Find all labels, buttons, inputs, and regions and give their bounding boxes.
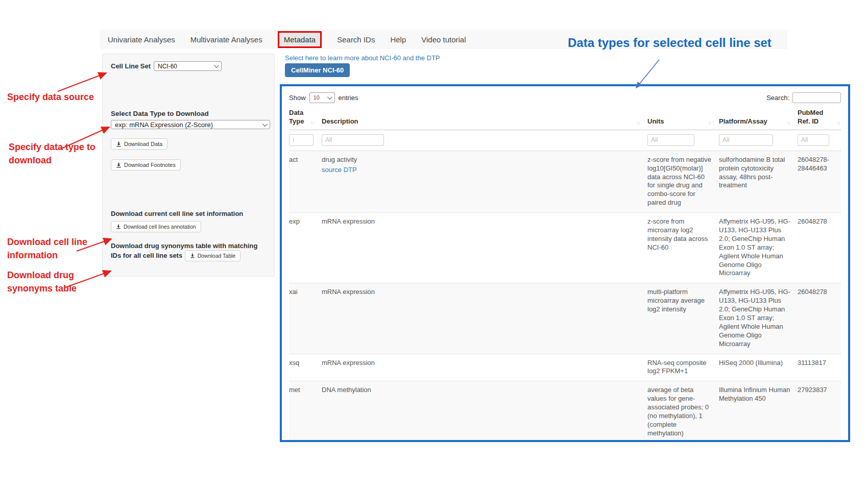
cell-data-type: act xyxy=(289,156,315,207)
cell-pubmed: 31113817 xyxy=(798,359,841,376)
annotation-download-drug-synonyms: Download drug synonyms table xyxy=(7,269,99,295)
cellminer-nci60-button[interactable]: CellMiner NCI-60 xyxy=(285,63,350,77)
nav-metadata-active-tab[interactable]: Metadata xyxy=(278,31,322,48)
cell-platform: Illumina Infinium Human Methylation 450 xyxy=(719,386,790,437)
filter-input-data-type[interactable] xyxy=(289,134,314,146)
nav-help[interactable]: Help xyxy=(390,35,406,44)
cell-units: average of beta values for gene-associat… xyxy=(647,386,712,437)
nav-search-ids[interactable]: Search IDs xyxy=(337,35,375,44)
download-table-button[interactable]: Download Table xyxy=(185,250,241,261)
chevron-down-icon xyxy=(262,121,268,127)
sort-icon[interactable]: ↑↓ xyxy=(708,119,712,126)
table-filter-row xyxy=(289,130,841,151)
download-table-label: Download Table xyxy=(198,253,236,259)
cell-line-info-heading: Download current cell line set informati… xyxy=(111,209,266,218)
data-types-table: Show 10 entries Search: Data Type ↑↓ Des… xyxy=(280,84,850,442)
table-row: xsq mRNA expression RNA-seq composite lo… xyxy=(289,354,841,382)
filter-input-platform[interactable] xyxy=(719,134,773,146)
cell-platform: HiSeq 2000 (Illumina) xyxy=(719,359,790,376)
download-options-panel: Cell Line Set NCI-60 Select Data Type to… xyxy=(102,54,275,277)
cell-description: DNA methylation xyxy=(322,386,640,437)
entries-label: entries xyxy=(339,94,358,102)
cell-line-set-select[interactable]: NCI-60 xyxy=(154,61,222,71)
cell-description: drug activity source DTP xyxy=(322,156,640,207)
table-row: xai mRNA expression multi-platform micro… xyxy=(289,283,841,354)
cell-pubmed: 26048278 xyxy=(798,217,841,278)
show-label: Show xyxy=(289,94,306,102)
red-arrow-data-source xyxy=(58,73,106,91)
sort-icon[interactable]: ↑↓ xyxy=(837,119,841,126)
cell-pubmed: 26048278 xyxy=(798,288,841,348)
nav-univariate-analyses[interactable]: Univariate Analyses xyxy=(108,35,175,44)
learn-more-link[interactable]: Select here to learn more about NCI-60 a… xyxy=(285,54,440,62)
search-input[interactable] xyxy=(792,92,841,103)
annotation-specify-data-type: Specify data type to download xyxy=(9,140,111,167)
chevron-down-icon xyxy=(214,63,219,68)
cell-platform: Affymetrix HG-U95, HG-U133, HG-U133 Plus… xyxy=(719,288,790,348)
cell-description: mRNA expression xyxy=(322,288,640,348)
cell-pubmed: 26048278-28446463 xyxy=(798,156,841,207)
chevron-down-icon xyxy=(327,94,332,100)
cell-line-set-label: Cell Line Set xyxy=(111,62,151,70)
download-icon xyxy=(116,141,122,147)
cell-units: multi-platform microarray average log2 i… xyxy=(647,288,712,348)
search-label: Search: xyxy=(766,94,789,102)
cell-units: z-score from negative log10[GI50(molar)]… xyxy=(647,156,712,207)
source-dtp-link[interactable]: source DTP xyxy=(322,166,357,175)
column-header-pubmed-ref-id[interactable]: PubMed Ref. ID ↑↓ xyxy=(798,109,841,126)
filter-input-description[interactable] xyxy=(322,134,384,146)
cell-units: RNA-seq composite log2 FPKM+1 xyxy=(647,359,712,376)
annotation-specify-data-source: Specify data source xyxy=(7,90,94,104)
column-header-platform-assay[interactable]: Platform/Assay ↑↓ xyxy=(719,109,790,126)
download-data-label: Download Data xyxy=(124,141,162,147)
cell-description: mRNA expression xyxy=(322,217,640,278)
cell-data-type: xsq xyxy=(289,359,315,376)
cell-data-type: exp xyxy=(289,217,315,278)
column-header-units[interactable]: Units ↑↓ xyxy=(647,109,712,126)
cell-description: mRNA expression xyxy=(322,359,640,376)
nav-multivariate-analyses[interactable]: Multivariate Analyses xyxy=(190,35,262,44)
page-length-value: 10 xyxy=(314,94,320,101)
cell-pubmed: 27923837 xyxy=(798,386,841,437)
column-label: Data Type xyxy=(289,109,310,126)
filter-input-units[interactable] xyxy=(647,134,694,146)
download-footnotes-label: Download Footnotes xyxy=(124,162,176,168)
filter-input-pubmed[interactable] xyxy=(798,134,829,146)
annotation-heading-data-types: Data types for selected cell line set xyxy=(568,36,771,50)
download-icon xyxy=(116,162,122,168)
download-cell-lines-annotation-button[interactable]: Download cell lines annotation xyxy=(111,221,201,232)
table-header-row: Data Type ↑↓ Description ↑↓ Units ↑↓ Pla… xyxy=(289,109,841,130)
page-length-select[interactable]: 10 xyxy=(309,92,335,103)
data-type-value: exp: mRNA Expression (Z-Score) xyxy=(115,121,213,129)
column-label: Description xyxy=(322,117,358,126)
data-type-select[interactable]: exp: mRNA Expression (Z-Score) xyxy=(111,120,270,129)
cell-data-type: met xyxy=(289,386,315,437)
cell-data-type: xai xyxy=(289,288,315,348)
download-cell-lines-annotation-label: Download cell lines annotation xyxy=(124,224,196,230)
column-label: Units xyxy=(647,117,664,126)
column-header-description[interactable]: Description ↑↓ xyxy=(322,109,640,126)
download-icon xyxy=(190,253,195,258)
table-row: exp mRNA expression z-score from microar… xyxy=(289,213,841,283)
download-icon xyxy=(116,224,121,229)
table-row: act drug activity source DTP z-score fro… xyxy=(289,151,841,213)
cell-platform: sulforhodamine B total protein cytotoxic… xyxy=(719,156,790,207)
blue-arrow-data-types xyxy=(636,60,659,88)
cell-platform: Affymetrix HG-U95, HG-U133, HG-U133 Plus… xyxy=(719,217,790,278)
sort-icon[interactable]: ↑↓ xyxy=(786,119,790,126)
table-row: met DNA methylation average of beta valu… xyxy=(289,381,841,442)
sort-icon[interactable]: ↑↓ xyxy=(636,119,640,126)
nav-video-tutorial[interactable]: Video tutorial xyxy=(421,35,466,44)
column-label: Platform/Assay xyxy=(719,117,767,126)
cell-units: z-score from microarray log2 intensity d… xyxy=(647,217,712,278)
annotation-download-cell-line-info: Download cell line information xyxy=(7,235,99,262)
cell-line-set-value: NCI-60 xyxy=(158,63,177,70)
column-header-data-type[interactable]: Data Type ↑↓ xyxy=(289,109,315,126)
download-footnotes-button[interactable]: Download Footnotes xyxy=(111,159,181,170)
description-text: drug activity xyxy=(322,156,357,163)
sort-icon[interactable]: ↑↓ xyxy=(310,119,315,126)
column-label: PubMed Ref. ID xyxy=(798,109,837,126)
download-data-button[interactable]: Download Data xyxy=(111,138,167,150)
select-data-type-label: Select Data Type to Download xyxy=(111,110,266,117)
